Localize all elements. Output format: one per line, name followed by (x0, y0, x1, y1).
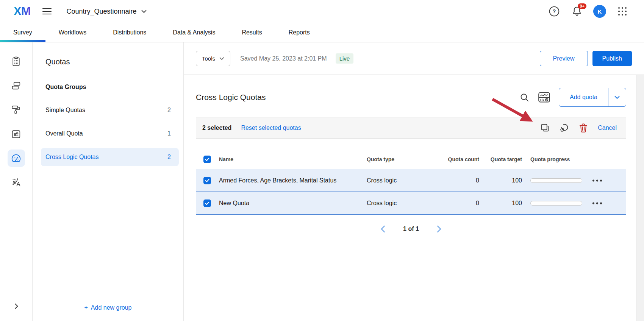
quota-group-label: Simple Quotas (45, 107, 85, 114)
xm-logo: XM (14, 5, 31, 18)
table-row[interactable]: Armed Forces, Age Brackets, Marital Stat… (196, 169, 626, 192)
sidebar-item-look-and-feel[interactable] (8, 101, 25, 118)
stats-widget-icon (538, 92, 550, 103)
check-icon (205, 179, 209, 182)
preview-button[interactable]: Preview (540, 51, 588, 66)
tools-button[interactable]: Tools (196, 51, 230, 66)
translate-icon (11, 178, 21, 187)
quota-groups-list: Simple Quotas 2 Overall Quota 1 Cross Lo… (33, 101, 183, 166)
pagination: 1 of 1 (196, 225, 626, 233)
table-row[interactable]: New Quota Cross logic 0 100 (196, 192, 626, 215)
selected-count-label: 2 selected (202, 125, 231, 131)
restore-to-group-button[interactable] (560, 123, 569, 132)
notifications-bell-icon[interactable]: 9+ (571, 5, 583, 18)
add-new-group-button[interactable]: + Add new group (33, 304, 183, 311)
tab-results[interactable]: Results (228, 23, 275, 42)
copy-selected-button[interactable] (540, 123, 550, 132)
notification-count-badge: 9+ (578, 3, 586, 9)
top-bar: XM Country_Questionnaire ? 9+ K (0, 0, 644, 23)
quotas-table: Name Quota type Quota count Quota target… (196, 150, 626, 215)
chevron-down-icon (219, 57, 224, 60)
column-header-name: Name (219, 156, 367, 162)
tab-reports[interactable]: Reports (275, 23, 323, 42)
row-checkbox[interactable] (203, 199, 211, 207)
paint-roller-icon (11, 105, 21, 115)
search-quotas-button[interactable] (519, 92, 530, 103)
left-icon-rail (0, 42, 33, 321)
column-header-quota-count: Quota count (425, 156, 479, 162)
column-header-quota-target: Quota target (479, 156, 522, 162)
reset-selected-quotas-link[interactable]: Reset selected quotas (241, 125, 301, 131)
quota-stats-view-button[interactable] (538, 92, 550, 103)
cancel-selection-link[interactable]: Cancel (598, 125, 617, 131)
trash-icon (579, 123, 588, 133)
user-avatar[interactable]: K (593, 5, 606, 18)
row-checkbox[interactable] (203, 177, 211, 184)
section-actions: Add quota (519, 88, 626, 107)
add-quota-split-button: Add quota (559, 88, 626, 107)
next-page-button[interactable] (435, 225, 443, 233)
selection-actions: Cancel (540, 123, 617, 133)
section-title: Cross Logic Quotas (196, 93, 266, 102)
quota-progress-bar (530, 178, 582, 183)
live-status-badge: Live (336, 53, 354, 64)
quotas-panel: Quotas Quota Groups Simple Quotas 2 Over… (33, 42, 184, 321)
column-header-quota-type: Quota type (367, 156, 425, 162)
chevron-right-icon (435, 225, 443, 233)
hamburger-menu-icon[interactable] (41, 6, 53, 17)
add-quota-dropdown-button[interactable] (608, 88, 626, 106)
help-icon[interactable]: ? (548, 5, 561, 18)
topbar-actions: ? 9+ K (548, 5, 644, 18)
primary-tab-bar: Survey Workflows Distributions Data & An… (0, 23, 644, 42)
quota-progress-bar (530, 201, 582, 206)
app-grid-icon[interactable] (616, 5, 629, 18)
quota-group-label: Overall Quota (45, 130, 83, 137)
quota-type: Cross logic (367, 177, 425, 184)
select-all-checkbox[interactable] (203, 156, 211, 163)
copy-icon (540, 123, 550, 132)
ellipsis-icon (592, 202, 602, 204)
tools-label: Tools (202, 55, 215, 62)
survey-name-dropdown[interactable]: Country_Questionnaire (67, 8, 147, 16)
previous-page-button[interactable] (379, 225, 387, 233)
clipboard-list-icon (11, 56, 21, 67)
svg-text:?: ? (553, 8, 556, 14)
publish-button[interactable]: Publish (592, 51, 632, 66)
saved-timestamp: Saved May 25, 2023 at 2:01 PM (240, 55, 327, 62)
tab-workflows[interactable]: Workflows (45, 23, 100, 42)
chevron-left-icon (379, 225, 387, 233)
expand-sidebar-chevron[interactable] (0, 303, 33, 310)
sidebar-item-survey-options[interactable] (8, 125, 25, 143)
quota-count: 0 (425, 177, 479, 184)
quota-group-simple-quotas[interactable]: Simple Quotas 2 (41, 101, 179, 119)
ellipsis-icon (592, 179, 602, 182)
section-header: Cross Logic Quotas Add quota (196, 88, 626, 107)
sidebar-item-survey-builder[interactable] (8, 53, 25, 70)
tab-distributions[interactable]: Distributions (100, 23, 159, 42)
sidebar-item-quotas[interactable] (8, 150, 25, 167)
row-options-menu-button[interactable] (592, 201, 602, 206)
quota-section: Cross Logic Quotas Add quota (196, 88, 626, 233)
vertical-scrollbar[interactable] (636, 75, 644, 321)
survey-name: Country_Questionnaire (67, 8, 137, 16)
check-icon (205, 157, 209, 161)
sidebar-item-survey-flow[interactable] (8, 77, 25, 94)
page-indicator: 1 of 1 (403, 226, 419, 232)
quota-group-count: 2 (167, 154, 171, 160)
quota-group-cross-logic-quotas[interactable]: Cross Logic Quotas 2 (41, 148, 179, 166)
row-options-menu-button[interactable] (592, 178, 602, 183)
page-body: Quotas Quota Groups Simple Quotas 2 Over… (0, 42, 644, 321)
tab-survey[interactable]: Survey (0, 23, 45, 42)
survey-toolbar: Tools Saved May 25, 2023 at 2:01 PM Live… (184, 42, 644, 75)
quota-group-overall-quota[interactable]: Overall Quota 1 (41, 125, 179, 143)
plus-icon: + (84, 304, 88, 311)
app-window: XM Country_Questionnaire ? 9+ K Survey W… (0, 0, 644, 321)
add-quota-button[interactable]: Add quota (559, 88, 608, 106)
sidebar-item-translations[interactable] (8, 174, 25, 191)
tab-data-analysis[interactable]: Data & Analysis (159, 23, 228, 42)
quota-progress-cell (522, 201, 582, 206)
check-icon (205, 201, 209, 205)
chevron-down-icon (614, 96, 620, 99)
table-header-row: Name Quota type Quota count Quota target… (196, 150, 626, 169)
delete-selected-button[interactable] (579, 123, 588, 133)
